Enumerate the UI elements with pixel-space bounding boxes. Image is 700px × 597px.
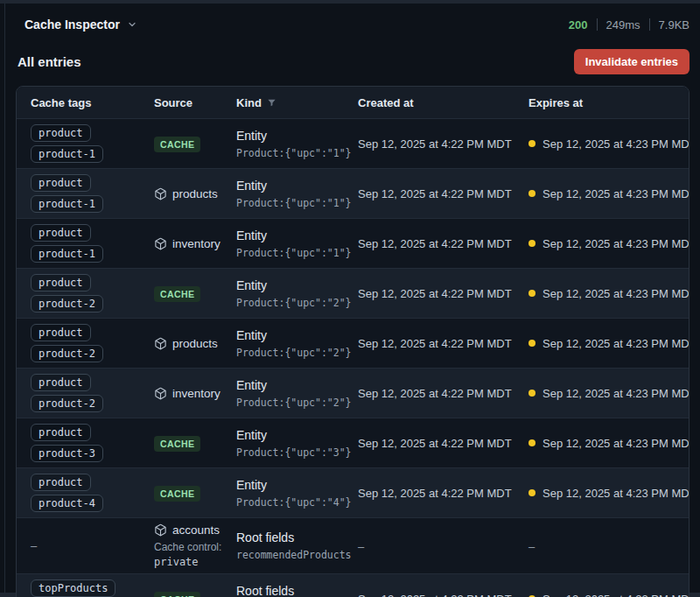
expires-at-value: Sep 12, 2025 at 4:23 PM MDT	[542, 387, 690, 400]
cell-created-at: Sep 12, 2025 at 4:22 PM MDT	[347, 591, 518, 597]
cell-source: CACHE	[144, 591, 226, 597]
kind-title: Entity	[236, 129, 347, 143]
cache-badge: CACHE	[154, 436, 200, 452]
cell-kind: Root fieldstopProducts	[226, 584, 347, 597]
filter-icon[interactable]	[267, 98, 276, 108]
box-icon	[154, 337, 167, 350]
expires-at: Sep 12, 2025 at 4:23 PM MDT	[528, 437, 690, 450]
table-row[interactable]: productproduct-2productsEntityProduct:{"…	[17, 318, 689, 368]
cell-kind: EntityProduct:{"upc":"2"}	[226, 378, 347, 409]
expires-at-value: Sep 12, 2025 at 4:23 PM MDT	[542, 137, 690, 151]
source-service: inventory	[154, 387, 226, 400]
cell-expires-at: Sep 12, 2025 at 4:23 PM MDT	[518, 237, 690, 250]
cell-kind: EntityProduct:{"upc":"1"}	[226, 179, 347, 209]
cache-tag-chip: product-1	[31, 195, 103, 213]
column-header-kind[interactable]: Kind	[226, 96, 347, 109]
cell-created-at: Sep 12, 2025 at 4:22 PM MDT	[347, 385, 518, 401]
expires-at: Sep 12, 2025 at 4:23 PM MDT	[528, 137, 690, 151]
entries-toolbar: All entries Invalidate entries	[18, 49, 690, 74]
yellow-dot	[528, 489, 536, 496]
empty-value: –	[358, 540, 364, 553]
table-row[interactable]: productproduct-1inventoryEntityProduct:{…	[17, 218, 689, 268]
table-row[interactable]: productproduct-1productsEntityProduct:{"…	[17, 168, 689, 218]
created-at-value: Sep 12, 2025 at 4:22 PM MDT	[358, 137, 512, 151]
cell-created-at: Sep 12, 2025 at 4:22 PM MDT	[347, 136, 518, 151]
status-divider	[597, 18, 598, 31]
cache-control-label: Cache control:	[154, 541, 226, 553]
expires-at: Sep 12, 2025 at 4:23 PM MDT	[528, 487, 690, 500]
expires-at-value: Sep 12, 2025 at 4:23 PM MDT	[542, 187, 690, 200]
cache-tag-chip: product-2	[31, 395, 103, 412]
kind-title: Entity	[236, 478, 347, 492]
kind-title: Entity	[236, 378, 347, 392]
cell-expires-at: Sep 12, 2025 at 4:23 PM MDT	[518, 337, 690, 350]
yellow-dot	[528, 340, 536, 347]
cell-expires-at: Sep 12, 2025 at 4:23 PM MDT	[518, 387, 690, 400]
cache-badge: CACHE	[154, 486, 200, 502]
cell-cache-tags: productproduct-2	[17, 374, 144, 412]
table-row[interactable]: productproduct-2inventoryEntityProduct:{…	[17, 368, 689, 418]
status-divider	[649, 18, 650, 31]
created-at-value: Sep 12, 2025 at 4:22 PM MDT	[358, 187, 512, 200]
box-icon	[154, 523, 167, 537]
table-row[interactable]: –accountsCache control:privateRoot field…	[17, 517, 689, 573]
kind-detail: Product:{"upc":"2"}	[236, 397, 347, 409]
box-icon	[154, 237, 167, 250]
cache-tag-chip: product	[31, 274, 91, 291]
expires-at-value: Sep 12, 2025 at 4:23 PM MDT	[542, 237, 690, 250]
invalidate-entries-button[interactable]: Invalidate entries	[574, 49, 690, 74]
status-size: 7.9KB	[659, 18, 690, 32]
column-header-created-at[interactable]: Created at	[347, 96, 518, 109]
table-row[interactable]: productproduct-1CACHEEntityProduct:{"upc…	[17, 118, 689, 168]
cell-created-at: Sep 12, 2025 at 4:22 PM MDT	[347, 285, 518, 301]
source-service-name: inventory	[172, 387, 220, 400]
cell-created-at: Sep 12, 2025 at 4:22 PM MDT	[347, 485, 518, 501]
box-icon	[154, 387, 167, 400]
expires-at: Sep 12, 2025 at 4:23 PM MDT	[528, 387, 690, 400]
kind-detail: Product:{"upc":"1"}	[236, 147, 347, 159]
expires-at-value: Sep 12, 2025 at 4:23 PM MDT	[542, 287, 690, 300]
kind-title: Root fields	[236, 530, 347, 544]
source-service: products	[154, 187, 226, 200]
box-icon	[154, 187, 167, 200]
cell-kind: EntityProduct:{"upc":"2"}	[226, 328, 347, 359]
table-row[interactable]: productproduct-4CACHEEntityProduct:{"upc…	[17, 467, 689, 517]
cache-tag-chip: product-1	[31, 145, 103, 163]
cell-cache-tags: topProductstopProducts-5	[17, 579, 144, 597]
cell-created-at: Sep 12, 2025 at 4:22 PM MDT	[347, 235, 518, 251]
kind-title: Root fields	[236, 584, 347, 597]
cell-expires-at: Sep 12, 2025 at 4:23 PM MDT	[518, 137, 690, 151]
cell-cache-tags: productproduct-4	[17, 474, 144, 512]
yellow-dot	[528, 140, 536, 147]
cache-tag-chip: product	[31, 324, 91, 341]
table-header-row: Cache tags Source Kind Created at Expire…	[17, 87, 689, 118]
cache-inspector-panel: Cache Inspector 200 249ms 7.9KB All entr…	[5, 4, 700, 593]
cache-tag-chip: product-3	[31, 445, 103, 462]
cache-tag-chip: product-1	[31, 245, 103, 263]
table-row[interactable]: productproduct-3CACHEEntityProduct:{"upc…	[17, 418, 689, 467]
cell-created-at: Sep 12, 2025 at 4:22 PM MDT	[347, 186, 518, 201]
source-service: products	[154, 337, 226, 350]
cell-source: products	[144, 187, 226, 200]
column-header-cache-tags[interactable]: Cache tags	[17, 96, 144, 109]
chevron-down-icon	[127, 19, 137, 30]
source-service: accounts	[154, 523, 226, 537]
expires-at: Sep 12, 2025 at 4:23 PM MDT	[528, 337, 690, 350]
column-header-source[interactable]: Source	[144, 96, 226, 109]
source-service-name: products	[172, 187, 218, 200]
entries-heading: All entries	[18, 54, 81, 69]
yellow-dot	[528, 190, 536, 197]
empty-value: –	[31, 539, 37, 552]
cell-cache-tags: productproduct-2	[17, 274, 144, 313]
inspector-selector-dropdown[interactable]: Cache Inspector	[24, 18, 137, 32]
column-header-expires-at[interactable]: Expires at	[518, 96, 689, 109]
table-row[interactable]: topProductstopProducts-5CACHERoot fields…	[17, 573, 689, 597]
status-code: 200	[569, 18, 588, 32]
expires-at-value: Sep 12, 2025 at 4:23 PM MDT	[542, 437, 690, 450]
cell-kind: EntityProduct:{"upc":"1"}	[226, 228, 347, 259]
cache-tag-chip: topProducts	[31, 579, 116, 597]
cache-tag-chip: product	[31, 174, 91, 192]
table-row[interactable]: productproduct-2CACHEEntityProduct:{"upc…	[17, 268, 689, 318]
cell-cache-tags: productproduct-1	[17, 224, 144, 263]
source-service-name: products	[172, 337, 218, 350]
